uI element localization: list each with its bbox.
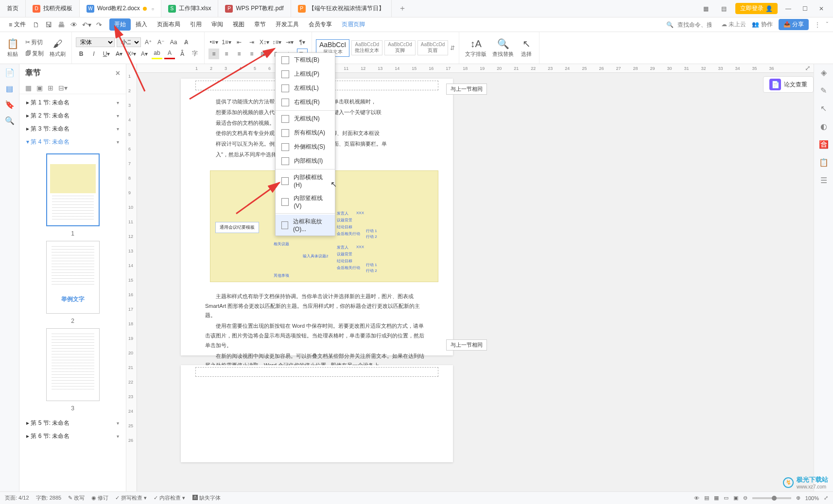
char-border-icon[interactable]: 字: [190, 49, 200, 59]
apps-icon[interactable]: ▤: [717, 3, 730, 14]
section-6[interactable]: ▸ 第 6 节: 未命名▾: [19, 430, 126, 443]
align-justify-icon[interactable]: ≡: [246, 49, 257, 59]
add-section-icon[interactable]: ▦: [25, 84, 32, 92]
bookmark-icon[interactable]: 🔖: [5, 100, 15, 109]
style-pane-icon[interactable]: ◈: [821, 68, 827, 77]
tab-ppt[interactable]: P【端午狂欢祝福浓情满节日】: [291, 0, 392, 17]
redo-icon[interactable]: ↷: [95, 20, 104, 29]
border-menu-item[interactable]: 内部框线(I): [276, 154, 335, 168]
section-3[interactable]: ▸ 第 3 节: 未命名▾: [19, 122, 126, 135]
cut-button[interactable]: ✂剪切: [23, 37, 46, 48]
text-effects-icon[interactable]: A▾: [139, 49, 150, 59]
minimize-button[interactable]: —: [782, 5, 794, 12]
search-icon[interactable]: 🔍: [666, 21, 674, 28]
collapse-side-icon[interactable]: ⤢: [805, 64, 811, 72]
same-as-prev-footer[interactable]: 与上一节相同: [446, 339, 487, 351]
shrink-font-icon[interactable]: A⁻: [156, 37, 166, 48]
distribute-icon[interactable]: ⊞▾: [259, 49, 270, 59]
header-area-2[interactable]: [195, 367, 438, 377]
find-replace-button[interactable]: 🔍查找替换: [490, 37, 516, 59]
sections-icon[interactable]: ▤: [6, 84, 13, 93]
maximize-button[interactable]: ☐: [799, 5, 811, 12]
thumb-1[interactable]: [46, 153, 100, 226]
border-menu-item[interactable]: 下框线(B): [276, 53, 335, 67]
font-color-icon[interactable]: A: [164, 49, 175, 59]
zoom-in-icon[interactable]: ⊕: [796, 495, 800, 501]
underline-icon[interactable]: U▾: [101, 49, 112, 59]
line-spacing-icon[interactable]: ↕≡▾: [272, 37, 282, 48]
word-count[interactable]: 字数: 2885: [36, 494, 62, 502]
print-preview-icon[interactable]: 👁: [69, 20, 78, 29]
text-arrange-button[interactable]: ↕A文字排版: [463, 37, 488, 59]
zoom-value[interactable]: 100%: [805, 495, 819, 501]
close-tab-icon[interactable]: ▫: [152, 5, 154, 13]
thumb-2[interactable]: 举例文字: [46, 241, 100, 314]
tab-xlsx[interactable]: S工作簿3.xlsx: [161, 0, 219, 17]
section-tool-icon[interactable]: ▣: [36, 84, 43, 92]
menu-review[interactable]: 审阅: [207, 18, 228, 31]
cursor-icon[interactable]: ↖: [820, 104, 827, 113]
zoom-out-icon[interactable]: ⊖: [743, 495, 747, 501]
fullscreen-icon[interactable]: ⤢: [824, 495, 828, 501]
paper-check-button[interactable]: 📄论文查重: [763, 76, 814, 93]
menu-insert[interactable]: 插入: [131, 18, 152, 31]
vertical-ruler[interactable]: 1234567891011121314151617181920212223242…: [126, 64, 137, 491]
styles-more-icon[interactable]: ⇵: [450, 45, 455, 51]
clear-format-icon[interactable]: A̷: [181, 37, 191, 48]
bold-icon[interactable]: B: [76, 49, 87, 59]
border-menu-item[interactable]: 内部竖框线(V): [276, 191, 335, 212]
section-5[interactable]: ▸ 第 5 节: 未命名▾: [19, 417, 126, 430]
border-menu-item[interactable]: 边框和底纹(O)...: [276, 215, 335, 235]
indent-dec-icon[interactable]: ⇤: [234, 37, 244, 48]
border-menu-item[interactable]: 上框线(P): [276, 67, 335, 81]
border-menu-item[interactable]: 外侧框线(S): [276, 140, 335, 154]
new-icon[interactable]: 🗋: [32, 20, 40, 29]
print-icon[interactable]: 🖶: [57, 20, 66, 29]
section-4[interactable]: ▾ 第 4 节: 未命名▾: [19, 135, 126, 149]
phonetic-icon[interactable]: A̐: [177, 49, 188, 59]
clipboard-icon[interactable]: 📋: [819, 158, 829, 167]
document-canvas[interactable]: 1234567891011121314151617181920212223242…: [137, 64, 814, 491]
size-select[interactable]: 小二: [117, 37, 141, 47]
style-header[interactable]: AaBbCcDd页眉: [417, 40, 448, 55]
view-print-icon[interactable]: ▤: [704, 495, 709, 501]
pen-icon[interactable]: ✎: [820, 86, 827, 95]
spellcheck-toggle[interactable]: ✓ 拼写检查 ▾: [115, 494, 147, 502]
tab-templates[interactable]: D找稻壳模板: [26, 0, 80, 17]
show-marks-icon[interactable]: ¶▾: [297, 37, 308, 48]
menu-vip[interactable]: 会员专享: [304, 18, 337, 31]
translate-icon[interactable]: 🈴: [819, 140, 829, 149]
menu-devtools[interactable]: 开发工具: [271, 18, 304, 31]
select-button[interactable]: ↖选择: [518, 37, 535, 59]
style-comment[interactable]: AaBbCcDd批注框文本: [351, 40, 382, 55]
missing-font[interactable]: 🅰 缺失字体: [192, 494, 221, 502]
border-menu-item[interactable]: 左框线(L): [276, 81, 335, 95]
copy-button[interactable]: 🗐复制: [23, 49, 46, 59]
more-icon[interactable]: ⋮: [815, 21, 820, 28]
collab-button[interactable]: 👥 协作: [752, 20, 772, 29]
section-list-icon[interactable]: ⊟▾: [58, 84, 68, 92]
italic-icon[interactable]: I: [88, 49, 99, 59]
border-menu-item[interactable]: 所有框线(A): [276, 126, 335, 140]
number-list-icon[interactable]: 1≡▾: [221, 37, 232, 48]
collapse-ribbon-icon[interactable]: ˇ: [826, 21, 828, 28]
track-mode[interactable]: ✎ 改写: [68, 494, 85, 502]
add-tab-button[interactable]: ＋: [392, 0, 413, 17]
align-left-icon[interactable]: ≡: [208, 49, 219, 59]
search-panel-icon[interactable]: 🔍: [5, 116, 15, 125]
indent-inc-icon[interactable]: ⇥: [246, 37, 257, 48]
file-menu[interactable]: ≡文件: [5, 18, 30, 31]
content-check[interactable]: ✓ 内容检查 ▾: [154, 494, 185, 502]
border-menu-item[interactable]: 右框线(R): [276, 95, 335, 109]
tab-pdf[interactable]: PWPS PPT教程.pdf: [218, 0, 291, 17]
menu-section[interactable]: 章节: [249, 18, 271, 31]
revise-toggle[interactable]: ◉ 修订: [91, 494, 108, 502]
tab-icon[interactable]: ⇥▾: [284, 37, 295, 48]
menu-view[interactable]: 视图: [228, 18, 249, 31]
close-window-button[interactable]: ✕: [816, 5, 827, 12]
font-select[interactable]: 宋体: [76, 37, 115, 47]
view-web-icon[interactable]: ▦: [714, 495, 719, 501]
strike-icon[interactable]: A̶▾: [114, 49, 124, 59]
section-add-icon[interactable]: ⊞: [48, 84, 53, 92]
thumb-3[interactable]: [46, 328, 100, 401]
